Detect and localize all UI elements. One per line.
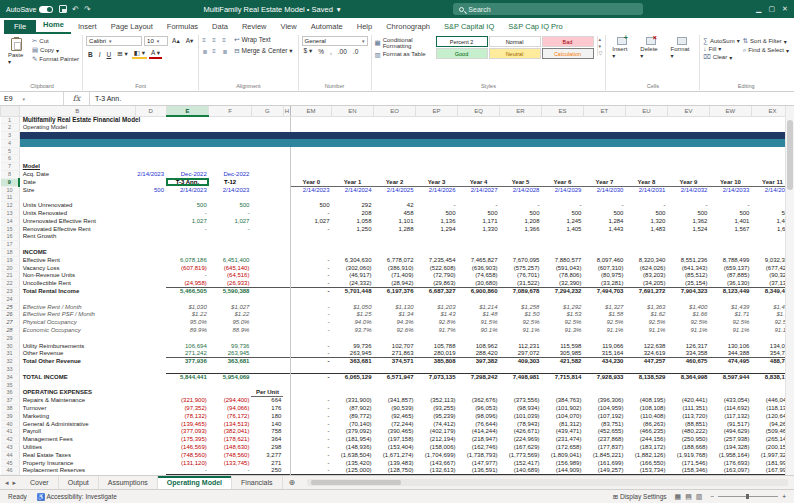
cell[interactable] — [283, 171, 290, 179]
cell[interactable] — [283, 264, 290, 272]
cell[interactable] — [166, 124, 209, 132]
cell[interactable]: (30,680) — [458, 280, 500, 288]
cell[interactable] — [625, 124, 667, 132]
row-header-17[interactable]: 17 — [1, 241, 20, 249]
cell[interactable]: 2/14/2023 — [209, 186, 252, 194]
cell[interactable]: (390,465) — [374, 428, 416, 436]
cell[interactable] — [166, 163, 209, 171]
cell[interactable] — [166, 233, 209, 241]
redo-icon[interactable]: ↷ — [84, 5, 91, 14]
cell[interactable]: - — [291, 311, 332, 319]
align-left-icon[interactable]: ≣ — [202, 48, 210, 55]
cell[interactable] — [283, 381, 290, 389]
cell[interactable] — [625, 171, 667, 179]
search-input[interactable]: Search — [453, 3, 643, 15]
cell[interactable] — [283, 147, 290, 155]
sheet-tab-cover[interactable]: Cover — [21, 476, 59, 489]
cell[interactable]: 176 — [251, 404, 283, 412]
cell[interactable]: $1.71 — [709, 311, 751, 319]
minimize-button[interactable]: ▁ — [756, 5, 761, 13]
maximize-button[interactable]: ▢ — [768, 5, 775, 13]
cell[interactable] — [283, 311, 290, 319]
cell[interactable] — [283, 116, 290, 124]
cell[interactable]: 2/14/2023 — [166, 186, 209, 194]
cell[interactable]: (108,108) — [625, 404, 667, 412]
cell[interactable]: (194,328) — [709, 443, 751, 451]
cell[interactable]: - — [541, 202, 583, 210]
cell[interactable]: 95.0% — [166, 319, 209, 327]
cell[interactable]: 305,985 — [541, 350, 583, 358]
cell[interactable]: (90,539) — [374, 404, 416, 412]
row-header-45[interactable]: 45 — [1, 459, 20, 467]
cell[interactable]: (244,156) — [625, 436, 667, 444]
cell[interactable] — [583, 381, 625, 389]
cell[interactable] — [583, 124, 625, 132]
column-header-F[interactable]: F — [209, 106, 252, 116]
cell[interactable]: (294,400) — [209, 397, 252, 405]
cell[interactable]: 5,954,069 — [209, 373, 252, 381]
cell[interactable]: (78,943) — [499, 420, 541, 428]
cell[interactable]: (64,516) — [209, 272, 252, 280]
cell[interactable]: (36,130) — [709, 280, 751, 288]
cell[interactable]: (70,140) — [332, 420, 374, 428]
cell[interactable]: $1,027 — [209, 303, 252, 311]
comma-format-button[interactable]: , — [328, 48, 334, 55]
cell[interactable]: Per Unit — [251, 389, 283, 397]
style-chip-percent-2[interactable]: Percent 2 — [436, 36, 488, 47]
cell[interactable] — [283, 295, 290, 303]
format-cells-button[interactable]: Format ▾ — [668, 36, 697, 60]
cell[interactable]: Dec-2022 — [166, 171, 209, 179]
zoom-slider-thumb[interactable] — [746, 494, 749, 499]
cell[interactable] — [283, 428, 290, 436]
cell[interactable]: (139,465) — [166, 420, 209, 428]
cell[interactable]: 91.5% — [458, 319, 500, 327]
cell[interactable] — [291, 194, 332, 202]
cell[interactable]: (162,746) — [458, 443, 500, 451]
cell[interactable]: (386,910) — [374, 264, 416, 272]
cell[interactable]: $1.22 — [166, 311, 209, 319]
cell[interactable] — [583, 295, 625, 303]
cell[interactable]: - — [291, 459, 332, 467]
cell[interactable]: 42 — [374, 202, 416, 210]
column-header-ER[interactable]: ER — [499, 106, 541, 116]
align-top-icon[interactable]: ≡ — [202, 37, 210, 43]
cell[interactable]: 292 — [332, 202, 374, 210]
column-header-EN[interactable]: EN — [332, 106, 374, 116]
row-header-43[interactable]: 43 — [1, 443, 20, 451]
cell[interactable] — [625, 163, 667, 171]
cell[interactable]: - — [291, 225, 332, 233]
cell[interactable]: 1,320 — [625, 217, 667, 225]
cell[interactable]: Year 7 — [583, 178, 625, 186]
cell[interactable] — [709, 249, 751, 257]
select-all-corner[interactable] — [1, 106, 20, 116]
cell[interactable] — [291, 241, 332, 249]
cell[interactable]: 500 — [625, 210, 667, 218]
cell[interactable] — [283, 404, 290, 412]
row-header-15[interactable]: 15 — [1, 225, 20, 233]
cell[interactable] — [251, 311, 283, 319]
cell[interactable]: (97,352) — [166, 404, 209, 412]
number-format-select[interactable]: General▾ — [302, 36, 368, 46]
cell[interactable]: 92.5% — [583, 319, 625, 327]
cell[interactable]: (98,096) — [458, 412, 500, 420]
insert-cells-button[interactable]: Insert ▾ — [609, 36, 634, 60]
cell[interactable] — [283, 436, 290, 444]
cell[interactable]: (87,902) — [332, 404, 374, 412]
cell[interactable]: (74,412) — [416, 420, 458, 428]
cell[interactable] — [499, 194, 541, 202]
cell[interactable]: (81,312) — [541, 420, 583, 428]
cell[interactable]: (522,608) — [416, 264, 458, 272]
cell[interactable]: 91.1% — [667, 327, 709, 335]
cell[interactable]: 364 — [251, 436, 283, 444]
cell[interactable] — [283, 225, 290, 233]
column-header-H[interactable]: H — [283, 106, 290, 116]
cell[interactable]: 92.5% — [499, 319, 541, 327]
row-header-18[interactable]: 18 — [1, 249, 20, 257]
cell[interactable]: 8,123,449 — [709, 288, 751, 296]
cell[interactable] — [332, 366, 374, 374]
cell[interactable]: 7,670,095 — [499, 256, 541, 264]
cell[interactable]: T-12 — [209, 178, 252, 186]
cell[interactable] — [209, 249, 252, 257]
cell[interactable]: 91.1% — [625, 327, 667, 335]
cell[interactable]: 8,138,529 — [625, 373, 667, 381]
